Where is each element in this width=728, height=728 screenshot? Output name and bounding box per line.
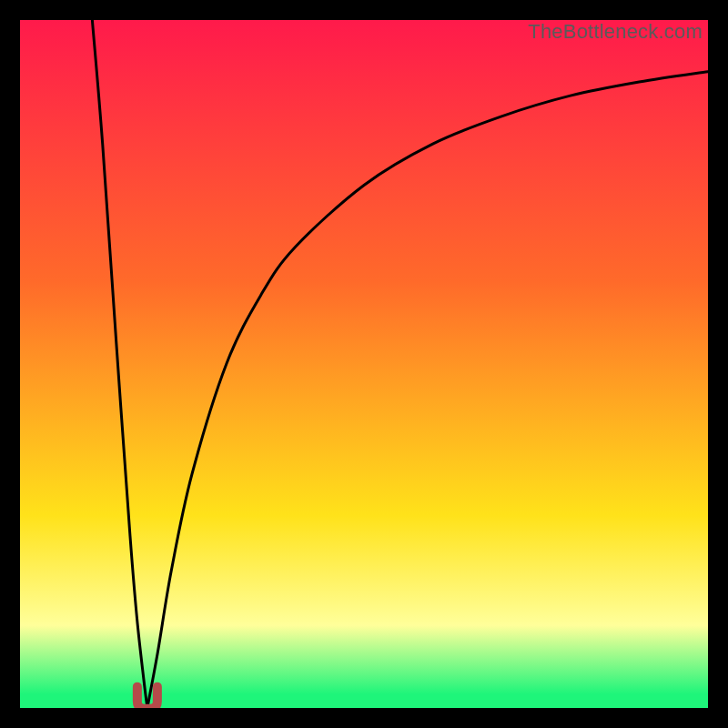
plot-area: TheBottleneck.com bbox=[20, 20, 708, 708]
bottleneck-curve-chart bbox=[20, 20, 708, 708]
gradient-background bbox=[20, 20, 708, 708]
chart-frame: TheBottleneck.com bbox=[0, 0, 728, 728]
watermark-text: TheBottleneck.com bbox=[528, 20, 703, 44]
